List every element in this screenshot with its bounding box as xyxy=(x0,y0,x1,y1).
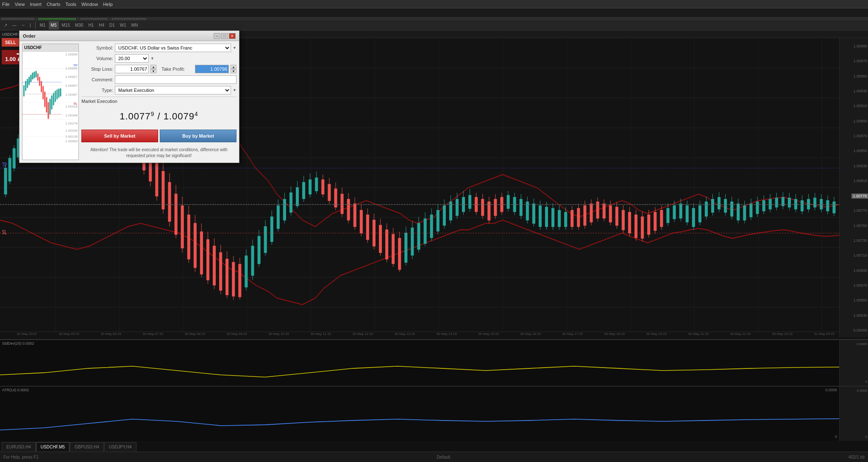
bid-price-display: 1.0077 xyxy=(120,111,150,122)
tf-m15[interactable]: M15 xyxy=(60,21,72,30)
menu-window[interactable]: Window xyxy=(81,2,98,7)
type-label: Type: xyxy=(81,88,113,93)
tf-m5[interactable]: M5 xyxy=(49,21,59,30)
tf-draw-arrow[interactable]: ↗ xyxy=(2,21,9,30)
take-profit-input[interactable] xyxy=(195,65,229,73)
svg-text:SL: SL xyxy=(2,229,7,235)
dialog-titlebar: Order ─ □ ✕ xyxy=(19,31,239,41)
time-label-20: 31 May 00:15 xyxy=(814,332,835,336)
time-label-7: 30 May 10:15 xyxy=(269,332,289,336)
bid-price-super: 9 xyxy=(151,111,155,117)
mini-price-7: 1.00348 xyxy=(65,113,78,117)
time-label-17: 30 May 21:15 xyxy=(688,332,709,336)
tf-vline[interactable]: | xyxy=(28,21,33,30)
time-label-3: 30 May 06:15 xyxy=(101,332,121,336)
price-label-1: 1.00990 xyxy=(853,44,867,48)
dialog-title: Order xyxy=(23,33,36,39)
menu-insert[interactable]: Insert xyxy=(30,2,42,7)
menu-view[interactable]: View xyxy=(15,2,25,7)
stop-loss-label: Stop Loss: xyxy=(81,66,113,72)
menu-tools[interactable]: Tools xyxy=(65,2,76,7)
mini-price-4: 1.00557 xyxy=(65,84,78,88)
tf-m30[interactable]: M30 xyxy=(73,21,85,30)
tf-mn[interactable]: MN xyxy=(129,21,140,30)
attention-text: Attention! The trade will be executed at… xyxy=(81,146,236,160)
dialog-restore-button[interactable]: □ xyxy=(221,33,228,39)
symbol-dropdown-icon[interactable]: ▼ xyxy=(233,46,236,50)
atr-panel: ATR(14) 0.0002 0.0005 0 xyxy=(0,386,839,441)
type-select[interactable]: Market Execution xyxy=(115,86,231,94)
tf-h4[interactable]: H4 xyxy=(97,21,106,30)
stddev-svg xyxy=(0,340,839,386)
stop-loss-input[interactable] xyxy=(115,65,149,73)
volume-select[interactable]: 20.00 xyxy=(115,54,149,63)
mini-price-5: 1.00487 xyxy=(65,93,78,97)
dialog-chart-canvas: 1.00836 TP 1.00696 1.00796 1.00767 1.006… xyxy=(22,52,78,145)
price-label-18: 1.00630 xyxy=(853,313,867,318)
dialog-close-button[interactable]: ✕ xyxy=(229,33,236,39)
comment-label: Comment: xyxy=(81,77,113,82)
dialog-chart-symbol: USDCHF xyxy=(24,45,42,50)
quick-sell-button[interactable]: SELL xyxy=(2,38,19,47)
stddev-panel: StdDev(20) 0.0002 xyxy=(0,339,839,386)
buy-by-market-button[interactable]: Buy by Market xyxy=(160,130,236,142)
take-profit-up[interactable]: ▲ xyxy=(231,65,236,69)
tf-w1[interactable]: W1 xyxy=(118,21,128,30)
market-exec-separator xyxy=(81,97,236,97)
sell-price-main: 1.00 xyxy=(5,56,16,62)
stddev-min: 0 xyxy=(865,380,867,384)
take-profit-down[interactable]: ▼ xyxy=(231,69,236,73)
take-profit-label: Take Profit: xyxy=(161,66,193,72)
symbol-select[interactable]: USDCHF, US Dollar vs Swiss Franc xyxy=(115,44,231,52)
time-label-11: 30 May 14:15 xyxy=(437,332,457,336)
comment-input[interactable] xyxy=(115,75,236,84)
tf-m1[interactable]: M1 xyxy=(38,21,48,30)
mini-chart-price-labels: 1.00836 TP 1.00696 1.00796 1.00767 1.006… xyxy=(57,52,78,145)
menu-charts[interactable]: Charts xyxy=(47,2,60,7)
tab-eurusd[interactable]: EURUSD.H4 xyxy=(2,442,36,451)
mini-price-2: 1.00696 xyxy=(65,66,78,70)
menu-file[interactable]: File xyxy=(2,2,10,7)
current-price-box: 1.00779 xyxy=(851,194,868,199)
atr-svg xyxy=(0,387,839,441)
tf-line[interactable]: — xyxy=(10,21,19,30)
tf-hline[interactable]: ─ xyxy=(19,21,27,30)
trade-buttons: Sell by Market Buy by Market xyxy=(81,130,236,142)
tf-h1[interactable]: H1 xyxy=(86,21,96,30)
stop-loss-up[interactable]: ▲ xyxy=(150,65,156,69)
price-label-14: 1.00710 xyxy=(853,253,867,257)
sell-by-market-button[interactable]: Sell by Market xyxy=(81,130,158,142)
time-label-9: 30 May 12:15 xyxy=(353,332,373,336)
time-label-12: 30 May 15:15 xyxy=(479,332,499,336)
price-label-5: 1.00910 xyxy=(853,104,867,108)
time-label-15: 30 May 18:15 xyxy=(604,332,625,336)
dialog-order-form: Symbol: USDCHF, US Dollar vs Swiss Franc… xyxy=(81,44,236,160)
menu-help[interactable]: Help xyxy=(103,2,113,7)
dialog-body: USDCHF xyxy=(19,41,239,163)
status-bar: For Help, press F1 Default 402/1 kb xyxy=(0,452,868,462)
tab-usdjpy[interactable]: USDJPY.H4 xyxy=(104,442,136,451)
dialog-minimize-button[interactable]: ─ xyxy=(214,33,220,39)
time-label-1: 30 May 2019 xyxy=(17,332,36,336)
tab-gbpusd[interactable]: GBPUSD.H4 xyxy=(70,442,104,451)
tf-d1[interactable]: D1 xyxy=(107,21,117,30)
type-dropdown-icon[interactable]: ▼ xyxy=(233,88,236,92)
mini-price-11: 1.00069 xyxy=(65,139,78,143)
time-axis: 30 May 2019 30 May 05:15 30 May 06:15 30… xyxy=(0,332,839,339)
price-axis: 1.00990 1.00970 1.00950 1.00930 1.00910 … xyxy=(839,38,868,337)
time-label-4: 30 May 07:15 xyxy=(143,332,163,336)
time-label-8: 30 May 11:15 xyxy=(311,332,331,336)
price-label-19: 0.00000 xyxy=(853,328,867,332)
volume-dropdown-icon[interactable]: ▼ xyxy=(150,56,154,61)
price-label-13: 1.00730 xyxy=(853,238,867,243)
atr-label: ATR(14) 0.0002 xyxy=(2,388,29,392)
price-label-6: 1.00890 xyxy=(853,119,867,123)
stop-loss-down[interactable]: ▼ xyxy=(150,69,156,73)
tab-usdchf[interactable]: USDCHF.M5 xyxy=(36,442,70,451)
atr-max: 0.0005 xyxy=(857,389,867,393)
price-label-11: 1.00770 xyxy=(853,208,867,213)
atr-axis: 0.0005 0 xyxy=(839,386,868,441)
dialog-controls: ─ □ ✕ xyxy=(214,33,236,39)
symbol-row: Symbol: USDCHF, US Dollar vs Swiss Franc… xyxy=(81,44,236,52)
type-row: Type: Market Execution ▼ xyxy=(81,86,236,94)
